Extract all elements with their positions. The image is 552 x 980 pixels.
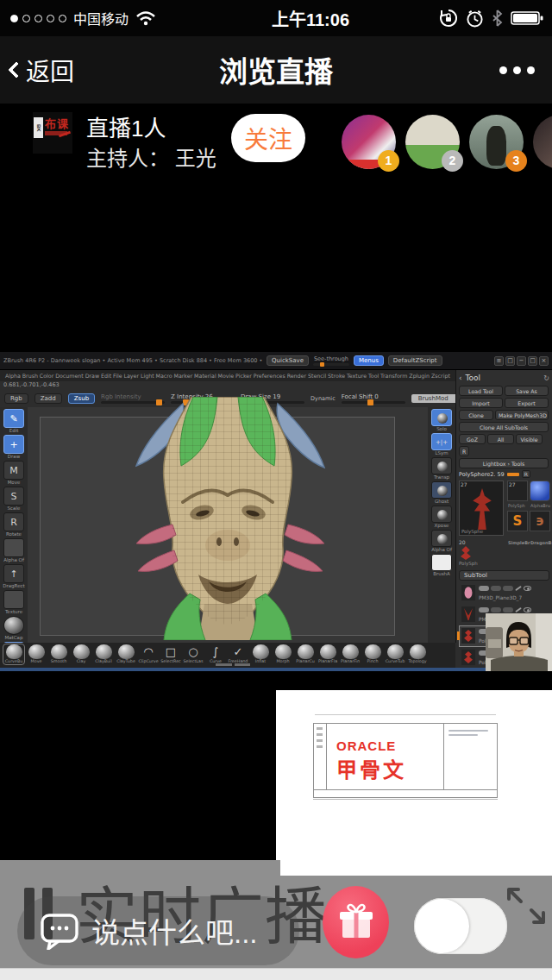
viewer-avatar[interactable] xyxy=(533,115,552,169)
chat-placeholder: 说点什么吧... xyxy=(91,910,258,952)
recent-tool-thumbnails: 27 PolySph AlphaBru S SimpleBr ϶ xyxy=(507,481,552,539)
left-tool-button: S Scale xyxy=(3,487,25,511)
tool-thumbnail: AlphaBru xyxy=(530,481,550,501)
tool-thumbnail: 27 PolySph xyxy=(507,481,528,501)
brush-preset: Inflat xyxy=(250,644,271,664)
tool-panel-button: Load Tool xyxy=(459,386,503,396)
menu-item: Light xyxy=(141,373,154,379)
fullscreen-expand-button[interactable] xyxy=(504,883,550,931)
tool-panel-button: Import xyxy=(459,398,503,408)
dragon-head-model xyxy=(122,397,338,640)
menu-item: Preferences xyxy=(254,373,285,379)
menu-item: Tool xyxy=(368,373,379,379)
chevron-left-icon xyxy=(8,61,25,79)
channel-logo-avatar[interactable]: BK 布课 xyxy=(33,112,72,154)
focal-shift-slider: Focal Shift 0 xyxy=(342,393,405,404)
menu-item: Brush xyxy=(22,373,38,379)
brush-sphere-icon xyxy=(410,644,426,659)
viewer-avatar[interactable]: 2 xyxy=(405,115,460,169)
menu-item: Texture xyxy=(347,373,367,379)
brush-preset: Move xyxy=(26,644,47,664)
presenter-webcam-video[interactable] xyxy=(486,613,552,671)
tool-panel-button: Visible xyxy=(516,434,543,444)
tool-panel-button: GoZ xyxy=(459,434,486,444)
chat-input[interactable]: 说点什么吧... xyxy=(17,896,299,965)
slide-footer-rule xyxy=(313,798,498,800)
host-name-label: 主持人： 王光 xyxy=(86,141,216,172)
menu-item: Zscript xyxy=(431,373,450,379)
visibility-eye-icon xyxy=(524,586,531,591)
subtool-thumbnail xyxy=(461,585,475,600)
left-tool-button: M Move xyxy=(3,461,25,485)
brush-preset: CurveTub xyxy=(385,644,405,664)
menu-item: Transform xyxy=(380,373,407,379)
viewer-avatar[interactable]: 3 xyxy=(469,115,524,169)
tool-panel-button: R xyxy=(459,446,469,456)
left-tool-button: R Rotate xyxy=(3,512,25,537)
shelf-tool-button: Solo xyxy=(430,409,453,431)
window-control-icon: ≡ xyxy=(494,356,504,366)
tool-panel-button: Save As xyxy=(505,386,549,396)
brush-sphere-icon xyxy=(118,644,135,659)
brush-preset: Clay xyxy=(71,644,91,664)
brush-preset: ◠ ClipCurve xyxy=(138,644,159,664)
tool-panel-buttons: Load ToolSave AsImportExportCloneMake Po… xyxy=(459,386,549,468)
shelf-tool-button: Alpha Of xyxy=(430,530,453,552)
brush-preset: PlanarFin xyxy=(340,644,361,664)
gift-button[interactable] xyxy=(323,886,389,958)
handwritten-note xyxy=(448,730,492,738)
chat-bubble-icon xyxy=(40,912,79,950)
zbrush-menubar: AlphaBrushColorDocumentDrawEditFileLayer… xyxy=(0,370,455,381)
menu-item: Alpha xyxy=(5,373,21,379)
zsub-button: Zsub xyxy=(68,393,95,404)
left-tool-button: Alpha Of xyxy=(3,538,25,562)
alarm-clock-icon xyxy=(466,9,484,28)
home-indicator-strip xyxy=(0,968,552,980)
brush-sphere-icon xyxy=(73,644,90,659)
stream-info-row: BK 布课 直播1人 主持人： 王光 关注 1 2 3 xyxy=(0,104,552,179)
shelf-tool-button: +|+ LSym xyxy=(430,433,453,455)
left-tool-button: MatCap xyxy=(3,616,25,640)
menu-item: Edit xyxy=(101,373,111,379)
menu-item: Stencil xyxy=(308,373,326,379)
left-tool-button: Texture xyxy=(3,590,25,614)
quicksave-button: QuickSave xyxy=(267,355,309,366)
subtool-header: SubTool xyxy=(459,570,549,581)
viewer-rank-badge: 1 xyxy=(378,150,399,172)
shared-slide-oracle: ORACLE 甲骨文 xyxy=(276,690,552,876)
brush-preset: ○ SelectLas xyxy=(183,644,204,664)
tool-thumbnails: 27 PolySphe 27 PolySph AlphaBru xyxy=(459,481,549,543)
more-options-button[interactable] xyxy=(482,54,552,86)
active-tool-slider xyxy=(507,473,519,476)
subtool-thumbnail xyxy=(461,650,475,665)
menu-item: Render xyxy=(287,373,306,379)
menu-item: Layer xyxy=(123,373,139,379)
brush-preset: Topology xyxy=(407,644,428,664)
bluetooth-icon xyxy=(492,9,503,27)
brush-preset: ✓ FreeHand xyxy=(228,644,248,664)
menu-item: Marker xyxy=(173,373,192,379)
oracle-logo-text: ORACLE xyxy=(336,738,396,753)
menu-item: Picker xyxy=(235,373,252,379)
brush-sphere-icon xyxy=(6,644,22,659)
menu-item: Draw xyxy=(85,373,99,379)
window-control-icon: □ xyxy=(505,356,515,366)
back-button[interactable]: 返回 xyxy=(0,44,85,96)
zbrush-titlebar: ZBrush 4R6 P2 - Dannweek slogan • Active… xyxy=(0,352,552,370)
brush-preset: PlanarCu xyxy=(295,644,316,664)
tool-panel-button: Clone xyxy=(459,410,493,420)
follow-button[interactable]: 关注 xyxy=(231,114,305,162)
menus-button: Menus xyxy=(354,355,384,366)
edit-icon xyxy=(515,586,522,591)
brush-preset: Morph xyxy=(273,644,293,664)
menu-item: Color xyxy=(40,373,53,379)
panel-refresh-icon: ↻ xyxy=(543,374,549,382)
visibility-eye-icon xyxy=(524,607,531,612)
stream-video-zbrush[interactable]: ZBrush 4R6 P2 - Dannweek slogan • Active… xyxy=(0,352,552,671)
strip-scroll-indicator xyxy=(216,663,250,667)
left-tool-button: ✎ Edit xyxy=(3,409,25,433)
brush-preset: CurveBu xyxy=(3,644,24,664)
camera-toggle-switch[interactable] xyxy=(414,898,507,954)
brush-sphere-icon xyxy=(320,644,336,659)
viewer-avatar[interactable]: 1 xyxy=(342,115,396,169)
